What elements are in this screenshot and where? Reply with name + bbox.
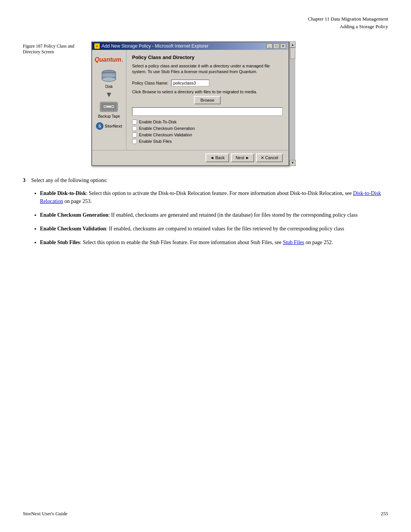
page-footer: StorNext User's Guide 255 [23,511,388,517]
tape-icon-group: Backup Tape [98,100,120,118]
directory-input[interactable] [132,107,283,116]
stub-files-link[interactable]: Stub Files [283,240,304,245]
browse-button[interactable]: Browse [194,96,221,104]
policy-class-input[interactable] [171,80,209,86]
disk-icon-group: Disk [100,69,118,89]
disk-label: Disk [105,85,113,89]
backup-tape-label: Backup Tape [98,114,120,118]
cancel-button[interactable]: ✕ Cancel [256,153,283,162]
titlebar-left: e Add New Storage Policy - Microsoft Int… [94,43,209,49]
ie-icon: e [94,43,100,49]
bullet-suffix-1: on page 253. [63,198,92,204]
enable-disk-to-disk-label: Enable Disk-To-Disk [139,120,177,124]
header-line2: Adding a Storage Policy [23,23,388,30]
svg-point-9 [112,106,113,107]
footer-left: StorNext User's Guide [23,511,67,517]
dialog-body: Quantum. Disk [92,50,288,150]
quantum-text: Quantum [95,56,121,63]
bullet-text-3: : If enabled, checksums are compared to … [106,226,344,232]
bullet-suffix-4: on page 252. [304,240,333,245]
disk-svg-icon [100,69,118,84]
checkbox-stub-files: Enable Stub Files [132,139,283,144]
bullet-text-2: : If enabled, checksums are generated an… [108,212,358,218]
list-item: Enable Disk-to-Disk: Select this option … [34,189,388,205]
step-text: Select any of the following options: [31,177,107,184]
scrollbar[interactable]: ▲ ▼ [289,42,295,166]
svg-rect-10 [106,105,112,108]
checkbox-checksum-validation: Enable Checksum Validation [132,133,283,137]
bullet-term-2: Enable Checksum Generation [40,212,108,218]
svg-point-7 [104,106,106,107]
bullet-term-3: Enable Checksum Validation [40,226,106,232]
scroll-down-button[interactable]: ▼ [290,160,296,166]
main-content: 3 Select any of the following options: E… [23,177,388,246]
page-container: Chapter 11 Data Migration Management Add… [0,0,411,532]
titlebar-buttons: _ □ ✕ [266,43,286,49]
dialog-wrapper: e Add New Storage Policy - Microsoft Int… [91,42,295,166]
dialog-content: Policy Class and Directory Select a poli… [126,50,288,150]
list-item: Enable Checksum Generation: If enabled, … [34,211,388,219]
close-button[interactable]: ✕ [280,43,286,49]
step-intro: 3 Select any of the following options: [23,177,388,184]
stornext-logo: S StorNext [96,122,122,130]
stornext-circle-icon: S [96,122,104,130]
section-title: Policy Class and Directory [132,54,283,60]
header-line1: Chapter 11 Data Migration Management [23,15,388,23]
figure-area: Figure 187 Policy Class and Directory Sc… [23,42,388,166]
enable-checksum-validation-label: Enable Checksum Validation [139,133,192,137]
next-button[interactable]: Next ► [231,153,254,162]
arrow-down-icon: ▼ [105,91,113,98]
bullet-term-1: Enable Disk-to-Disk [40,190,86,196]
quantum-dot: . [121,55,124,63]
back-button[interactable]: ◄ Back [206,153,229,162]
page-header: Chapter 11 Data Migration Management Add… [23,15,388,30]
restore-button[interactable]: □ [273,43,279,49]
bullet-text-1: : Select this option to activate the Dis… [86,190,353,196]
bullet-term-4: Enable Stub Files [40,240,80,245]
scroll-up-button[interactable]: ▲ [290,42,296,48]
enable-stub-files-checkbox[interactable] [132,139,137,144]
policy-class-label: Policy Class Name: [132,81,168,85]
quantum-logo: Quantum. [94,54,125,65]
dialog-title: Add New Storage Policy - Microsoft Inter… [102,43,209,49]
footer-right: 255 [381,511,389,517]
minimize-button[interactable]: _ [266,43,272,49]
step-number: 3 [23,177,25,184]
dialog-sidebar: Quantum. Disk [92,50,126,150]
enable-disk-to-disk-checkbox[interactable] [132,120,137,125]
bullet-list: Enable Disk-to-Disk: Select this option … [23,189,388,246]
checkbox-disk-to-disk: Enable Disk-To-Disk [132,120,283,125]
dialog-footer: ◄ Back Next ► ✕ Cancel [92,150,288,165]
figure-caption: Figure 187 Policy Class and Directory Sc… [23,42,91,166]
tape-svg-icon [99,100,118,113]
scroll-thumb[interactable] [290,48,295,59]
svg-point-3 [102,73,116,78]
checkbox-checksum-generation: Enable Checksum Generation [132,126,283,131]
dialog-titlebar: e Add New Storage Policy - Microsoft Int… [92,42,288,50]
policy-class-form-row: Policy Class Name: [132,80,283,86]
enable-checksum-generation-label: Enable Checksum Generation [139,126,195,131]
enable-checksum-generation-checkbox[interactable] [132,126,137,131]
enable-stub-files-label: Enable Stub Files [139,139,172,144]
scroll-track [290,48,295,160]
list-item: Enable Checksum Validation: If enabled, … [34,225,388,233]
bullet-text-4: : Select this option to enable the Stub … [80,240,283,245]
section-description: Select a policy class and associate it w… [132,63,283,75]
enable-checksum-validation-checkbox[interactable] [132,133,137,137]
stornext-text: StorNext [105,124,122,128]
browse-description: Click Browse to select a directory with … [132,89,283,94]
list-item: Enable Stub Files: Select this option to… [34,238,388,246]
dialog-window: e Add New Storage Policy - Microsoft Int… [91,42,289,166]
